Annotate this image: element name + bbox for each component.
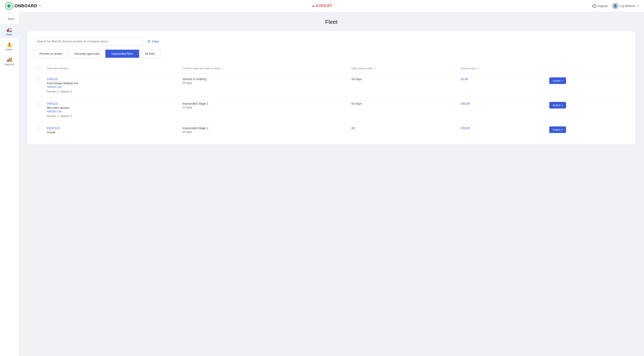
- filter-label: Filter: [152, 40, 159, 43]
- tab-recently-approved[interactable]: Recently approved: [68, 50, 106, 58]
- logo-circle: [5, 2, 13, 10]
- row-3-checkbox-cell: [33, 122, 44, 139]
- sidebar-item-defect[interactable]: ⚠️ Defect: [0, 39, 18, 53]
- brand-chevron-icon[interactable]: ▾: [40, 5, 41, 8]
- main-content: Fleet ☰ Filter Permits to review Recentl…: [19, 12, 644, 356]
- sidebar-item-fleet[interactable]: 🚛 Fleet: [0, 24, 18, 38]
- row-2-state-days: 52 days: [182, 106, 344, 109]
- row-3-vehicle: Airstair: [47, 131, 176, 134]
- sidebar-item-impound-label: Impound: [5, 63, 14, 66]
- row-1-details: C4R123 Ford Ranger Wildtrak 4x4 AIRDAT L…: [44, 73, 179, 98]
- filter-button[interactable]: ☰ Filter: [147, 40, 159, 44]
- search-input[interactable]: [33, 37, 144, 45]
- sidebar-item-fleet-label: Fleet: [6, 33, 12, 36]
- col-details: Fleet item details: [44, 64, 179, 73]
- fleet-card: ☰ Filter Permits to review Recently appr…: [27, 31, 636, 145]
- app-layout: ← Back 🚛 Fleet ⚠️ Defect 🚚 Impound Fleet…: [0, 12, 644, 356]
- amount-sort-icon: ⇅: [477, 67, 479, 70]
- row-3-state-days: 52 days: [182, 130, 344, 133]
- row-1-checkbox[interactable]: [37, 77, 40, 81]
- row-1-fleet-id[interactable]: C4R123: [47, 77, 176, 81]
- row-1-amount-value: £0.00: [461, 77, 468, 81]
- row-1-vehicle: Ford Ranger Wildtrak 4x4: [47, 82, 176, 85]
- row-2-action-dropdown-icon: ▾: [562, 104, 563, 106]
- airdat-logo: ▲AIRDAT: [312, 4, 332, 8]
- row-2-amount-value: £50.00: [461, 102, 470, 105]
- row-2-checkbox[interactable]: [37, 102, 40, 105]
- row-2-checkbox-cell: [33, 98, 44, 122]
- row-1-days-num: 56 days: [352, 77, 362, 81]
- row-1-action-button[interactable]: Action ▾: [549, 77, 566, 84]
- sidebar-item-defect-label: Defect: [6, 48, 13, 51]
- airdat-name: AIRDAT: [316, 4, 333, 8]
- tab-all-fleet[interactable]: All fleet: [139, 50, 161, 58]
- user-menu-button[interactable]: 👤 Lily Buttons ▾: [612, 3, 639, 9]
- support-globe-icon: ⊕: [592, 4, 596, 8]
- airdat-text: ▲: [312, 4, 316, 8]
- row-2-action-cell: Action ▾: [546, 98, 630, 122]
- tab-impounded-fleet[interactable]: Impounded fleet: [106, 50, 139, 58]
- row-1-action-dropdown-icon: ▾: [562, 80, 563, 82]
- row-3-details: EQ1P123 Airstair: [44, 122, 179, 139]
- top-navigation: ONBOARD ▾ ▲AIRDAT ⊕ Support 👤 Lily Butto…: [0, 0, 644, 12]
- defect-icon: ⚠️: [6, 42, 12, 47]
- select-all-header: [33, 64, 44, 73]
- filter-icon: ☰: [147, 40, 150, 44]
- fleet-icon: 🚛: [6, 27, 12, 33]
- onboard-logo[interactable]: ONBOARD ▾: [5, 2, 41, 10]
- support-label: Support: [597, 4, 608, 8]
- support-button[interactable]: ⊕ Support: [592, 4, 608, 8]
- row-3-amount-value: £50.00: [461, 126, 470, 130]
- search-filter-row: ☰ Filter: [33, 37, 630, 45]
- row-1-days: 56 days: [348, 73, 457, 98]
- days-sort-icon: ⇅: [374, 67, 376, 70]
- row-2-company[interactable]: AIRDAT Ltd: [47, 110, 176, 113]
- page-title: Fleet: [27, 19, 636, 25]
- tab-permits-to-review[interactable]: Permits to review: [33, 50, 68, 58]
- col-amount[interactable]: Amount due ⇅: [457, 64, 546, 73]
- table-row: EQ1P123 Airstair Impounded Stage 1 52 da…: [33, 122, 630, 139]
- row-checkbox-cell: [33, 73, 44, 98]
- nav-left: ONBOARD ▾: [5, 2, 41, 10]
- table-row: C4R123 Ford Ranger Wildtrak 4x4 AIRDAT L…: [33, 73, 630, 98]
- state-sort-icon: ⇅: [222, 67, 224, 70]
- row-3-state: Impounded Stage 1 52 days: [179, 122, 348, 139]
- row-1-permits: Permits: 0 Defects: 0: [47, 90, 72, 93]
- row-2-days: 62 days: [348, 98, 457, 122]
- row-2-vehicle: Mercedes Sprinter: [47, 106, 176, 109]
- col-state[interactable]: Current state and days in state ⇅: [179, 64, 348, 73]
- row-1-state: Vehicle In Holding 56 days: [179, 73, 348, 98]
- nav-center: ▲AIRDAT: [312, 4, 332, 8]
- table-header-row: Fleet item details Current state and day…: [33, 64, 630, 73]
- row-2-fleet-id[interactable]: V4N123: [47, 102, 176, 105]
- table-header: Fleet item details Current state and day…: [33, 64, 630, 73]
- row-2-details: V4N123 Mercedes Sprinter AIRDAT Ltd Perm…: [44, 98, 179, 122]
- row-2-days-num: 62 days: [352, 102, 362, 105]
- row-2-amount: £50.00: [457, 98, 546, 122]
- back-button[interactable]: ← Back: [2, 15, 16, 22]
- row-3-days: 62: [348, 122, 457, 139]
- row-3-state-label: Impounded Stage 1: [182, 126, 344, 130]
- row-1-state-label: Vehicle In Holding: [182, 77, 344, 81]
- row-2-action-button[interactable]: Action ▾: [549, 102, 566, 109]
- sidebar-item-impound[interactable]: 🚚 Impound: [0, 54, 18, 68]
- row-3-checkbox[interactable]: [37, 126, 40, 130]
- impound-icon: 🚚: [6, 57, 12, 62]
- table-body: C4R123 Ford Ranger Wildtrak 4x4 AIRDAT L…: [33, 73, 630, 139]
- nav-right: ⊕ Support 👤 Lily Buttons ▾: [592, 3, 639, 9]
- back-arrow-icon: ←: [4, 17, 7, 21]
- col-days[interactable]: Days impounded ⇅: [348, 64, 457, 73]
- select-all-checkbox[interactable]: [37, 66, 40, 70]
- fleet-table: Fleet item details Current state and day…: [33, 64, 630, 139]
- row-1-action-cell: Action ▾: [546, 73, 630, 98]
- row-1-company[interactable]: AIRDAT Ltd: [47, 85, 176, 89]
- row-3-days-num: 62: [352, 126, 355, 130]
- back-label: Back: [8, 17, 14, 21]
- row-3-action-button[interactable]: Action ▾: [549, 126, 566, 133]
- user-chevron-icon: ▾: [638, 5, 639, 8]
- row-3-fleet-id[interactable]: EQ1P123: [47, 126, 176, 130]
- row-3-action-cell: Action ▾: [546, 122, 630, 139]
- row-1-amount: £0.00: [457, 73, 546, 98]
- brand-name: ONBOARD: [14, 4, 37, 8]
- user-avatar: 👤: [612, 3, 618, 9]
